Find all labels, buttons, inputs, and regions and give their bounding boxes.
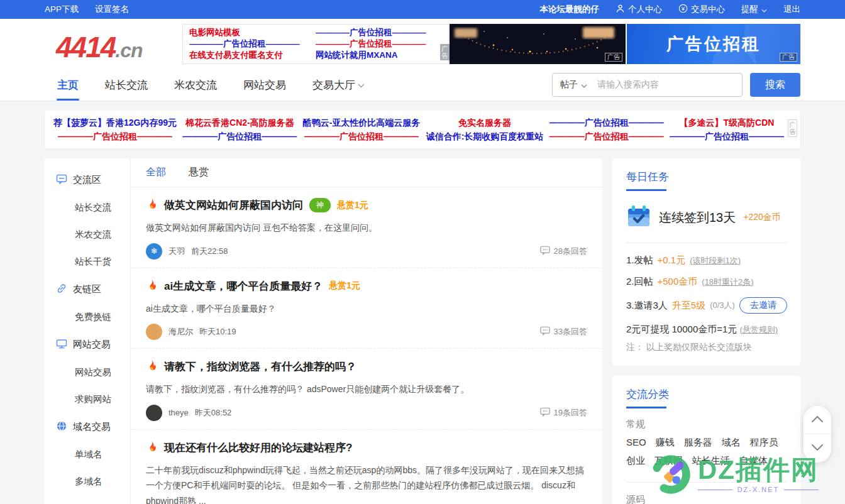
user-center-link[interactable]: 个人中心 <box>616 4 662 15</box>
category-tag[interactable]: 域名 <box>722 437 741 449</box>
category-tag-list: SEO 赚钱 服务器 域名 程序员 创业 互联网 站长生活 自媒体 <box>626 434 787 471</box>
nav-item-webmaster[interactable]: 站长交流 <box>105 69 148 101</box>
post-excerpt[interactable]: 二十年前我玩discuz和phpwind玩得飞起，当然之前还玩asp的动网bbs… <box>146 463 587 504</box>
svg-text:¥: ¥ <box>681 6 685 12</box>
sidebar-item-site-wanted[interactable]: 求购网站 <box>45 386 130 413</box>
sidebar-item-free-links[interactable]: 免费换链 <box>45 304 130 331</box>
post-author[interactable]: 天羽 <box>168 246 185 257</box>
set-signature-link[interactable]: 设置签名 <box>95 4 129 15</box>
search-category-label: 帖子 <box>560 79 578 90</box>
category-tag[interactable]: 站长生活 <box>692 455 730 467</box>
logout-link[interactable]: 退出 <box>783 4 800 15</box>
ad-strip-item[interactable]: 【多途云】T级高防CDN ————广告位招租———— <box>670 116 784 143</box>
post-title[interactable]: 请教下，指纹浏览器，有什么推荐的吗？ <box>164 359 356 374</box>
search-button[interactable]: 搜索 <box>750 73 800 97</box>
post-title[interactable]: 现在还有什么比较好用的论坛建站程序? <box>164 441 352 455</box>
ad-strip: 荐【菠萝云】香港12G内存99元 ————广告位招租———— 棉花云香港CN2-… <box>45 111 800 148</box>
nav-item-site-trade[interactable]: 网站交易 <box>243 69 286 101</box>
ad-strip-item[interactable]: 酷鸭云-亚太性价比高端云服务 ————广告位招租———— <box>303 116 421 143</box>
category-tag[interactable]: 创业 <box>626 455 645 467</box>
avatar[interactable] <box>146 324 162 340</box>
avatar[interactable] <box>146 405 162 421</box>
search-category-select[interactable]: 帖子 <box>560 79 587 90</box>
banner-ad-blue[interactable]: 广告位招租 广告 <box>627 24 800 64</box>
reply-bubble-icon <box>540 326 550 337</box>
category-tag[interactable]: SEO <box>626 437 646 449</box>
ad-line[interactable]: ————广告位招租———— <box>189 38 316 50</box>
sidebar-section-links[interactable]: 友链区 <box>45 275 130 304</box>
sidebar-item-site-trade[interactable]: 网站交易 <box>45 359 130 386</box>
sidebar-item-webmaster-exchange[interactable]: 站长交流 <box>45 194 130 221</box>
ad-strip-item[interactable]: 免实名服务器 诚信合作:长期收购百度权重站 <box>426 116 544 143</box>
ad-line[interactable]: 在线支付易支付匿名支付 <box>189 50 316 61</box>
tab-all[interactable]: 全部 <box>146 166 166 179</box>
sidebar-section-domain-trade[interactable]: 域名交易 <box>45 413 130 441</box>
ad-strip-item[interactable]: ————广告位招租———— ————广告位招租———— <box>550 116 664 143</box>
category-tag[interactable]: 服务器 <box>684 437 712 449</box>
scroll-down-button[interactable] <box>804 434 831 463</box>
post-author[interactable]: theye <box>168 408 189 417</box>
avatar[interactable]: ❄ <box>146 243 162 260</box>
post-replies[interactable]: 19条回答 <box>540 407 587 419</box>
category-group-name: 常规 <box>626 419 787 430</box>
chevron-down-icon <box>358 79 365 91</box>
post-replies[interactable]: 33条回答 <box>540 326 587 337</box>
category-tag[interactable]: 程序员 <box>750 437 778 449</box>
ad-line[interactable]: 网站统计就用MXANA <box>316 50 442 61</box>
ad-strip-item[interactable]: 荐【菠萝云】香港12G内存99元 ————广告位招租———— <box>53 116 177 143</box>
monitor-icon <box>56 338 67 351</box>
search-box: 帖子 请输入搜索内容 <box>552 73 743 97</box>
task-reply: 2.回帖 +500金币 (18时重计2条) <box>626 276 787 288</box>
post-replies[interactable]: 28条回答 <box>540 246 587 257</box>
post-excerpt[interactable]: ai生成文章，哪个平台质量最好？ <box>146 301 587 317</box>
post-time: 昨天08:52 <box>195 407 232 419</box>
banner-ad-dark[interactable]: 广告 <box>450 24 626 64</box>
sidebar-item-old-domain[interactable]: 老域名 <box>45 495 130 504</box>
logo-main: 4414 <box>56 31 115 63</box>
post-excerpt[interactable]: 做英文网站如何屏蔽国内访问 豆包不给答案，在这里问问。 <box>146 220 587 236</box>
sidebar-item-single-domain[interactable]: 单域名 <box>45 441 130 468</box>
post-author[interactable]: 海尼尔 <box>168 326 193 337</box>
yuan-icon: ¥ <box>678 4 688 15</box>
categories-title: 交流分类 <box>626 387 787 408</box>
post-excerpt[interactable]: 请教下，指纹浏览器，有什么推荐的吗？ adsPower只能创建两个就让升级套餐了… <box>146 381 587 397</box>
user-center-label: 个人中心 <box>628 4 662 15</box>
sidebar-section-site-trade[interactable]: 网站交易 <box>45 331 130 359</box>
ad-line[interactable]: ————广告位招租———— <box>316 27 442 38</box>
chevron-up-icon <box>811 415 824 425</box>
invite-button[interactable]: 去邀请 <box>739 297 787 314</box>
sidebar-section-label: 网站交易 <box>73 339 111 351</box>
trade-center-link[interactable]: ¥ 交易中心 <box>678 4 725 15</box>
signin-streak[interactable]: 连续签到13天 <box>659 209 736 226</box>
ad-line[interactable]: ————广告位招租———— <box>316 38 442 50</box>
nav-item-domainer[interactable]: 米农交流 <box>174 69 217 101</box>
logo-suffix: .cn <box>115 39 142 62</box>
trade-center-label: 交易中心 <box>691 4 725 15</box>
sidebar-item-webmaster-tips[interactable]: 站长干货 <box>45 248 130 275</box>
sidebar-item-multi-domain[interactable]: 多域名 <box>45 468 130 495</box>
ad-line[interactable]: 电影网站模板 <box>189 27 316 38</box>
reminder-menu[interactable]: 提醒 <box>741 4 767 15</box>
tab-reward[interactable]: 悬赏 <box>189 166 209 179</box>
forum-main-card: 交流区 站长交流 米农交流 站长干货 友链区 免费换链 网站交易 网站交易 求购… <box>45 158 602 504</box>
post-title[interactable]: ai生成文章，哪个平台质量最好？ <box>164 279 323 293</box>
nav-item-trade-hall[interactable]: 交易大厅 <box>312 69 365 101</box>
site-logo[interactable]: 4414.cn <box>56 30 143 64</box>
sidebar-section-exchange[interactable]: 交流区 <box>45 166 130 194</box>
ad-strip-item[interactable]: 棉花云香港CN2-高防服务器 ————广告位招租———— <box>182 116 297 143</box>
username-link[interactable]: 本论坛最靓的仔 <box>540 4 600 15</box>
category-tag[interactable]: 赚钱 <box>656 437 675 449</box>
reply-count: 19条回答 <box>554 407 587 419</box>
task-post: 1.发帖 +0.1元 (该时段剩1次) <box>626 255 787 266</box>
post-title[interactable]: 做英文网站如何屏蔽国内访问 <box>164 198 303 212</box>
category-tag[interactable]: 自媒体 <box>739 455 768 467</box>
category-tag[interactable]: 互联网 <box>654 455 683 467</box>
chevron-down-icon <box>811 444 824 453</box>
nav-item-home[interactable]: 主页 <box>57 69 79 101</box>
search-input[interactable]: 请输入搜索内容 <box>597 79 734 90</box>
scroll-controls <box>804 406 831 463</box>
sidebar-item-domainer-exchange[interactable]: 米农交流 <box>45 221 130 248</box>
scroll-up-button[interactable] <box>804 406 831 434</box>
app-download-link[interactable]: APP下载 <box>45 4 79 15</box>
reward-rules-link[interactable]: (悬赏规则) <box>740 325 778 334</box>
